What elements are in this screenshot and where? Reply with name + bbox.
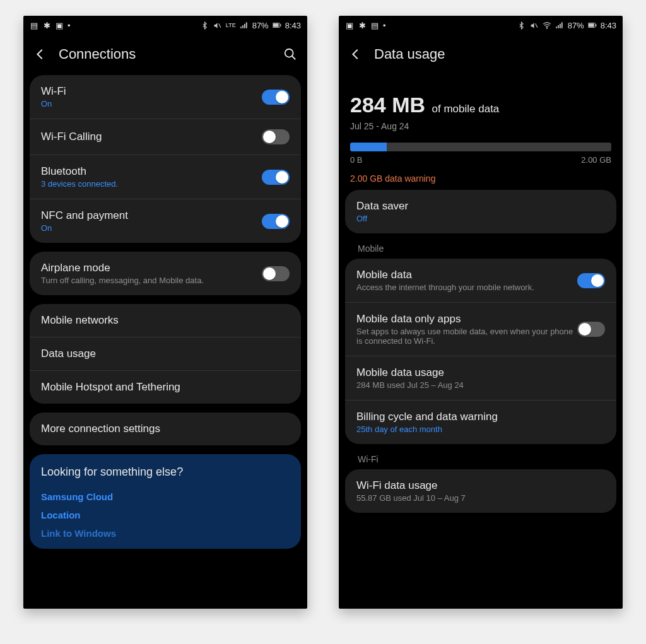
row-wifi-calling[interactable]: Wi-Fi Calling [30, 119, 301, 155]
row-title: Wi-Fi [41, 85, 262, 98]
row-data-saver[interactable]: Data saver Off [345, 190, 616, 233]
usage-summary: 284 MB of mobile data Jul 25 - Aug 24 0 … [345, 75, 616, 190]
sim-icon: ▤ [30, 21, 38, 30]
row-mobile-data-usage[interactable]: Mobile data usage 284 MB used Jul 25 – A… [345, 356, 616, 400]
row-billing-cycle[interactable]: Billing cycle and data warning 25th day … [345, 400, 616, 444]
clock: 8:43 [285, 21, 301, 30]
row-sub: On [41, 99, 262, 108]
row-title: NFC and payment [41, 209, 262, 222]
looking-for-card: Looking for something else? Samsung Clou… [30, 454, 301, 549]
page-title: Data usage [374, 46, 613, 62]
status-bar: ▤ ✱ ▣ • LTE 87% 8:43 [23, 16, 307, 35]
link-samsung-cloud[interactable]: Samsung Cloud [41, 488, 290, 506]
page-title: Connections [59, 46, 272, 62]
usage-max: 2.00 GB [581, 155, 611, 165]
row-airplane-mode[interactable]: Airplane mode Turn off calling, messagin… [30, 252, 301, 295]
svg-point-7 [546, 28, 547, 28]
connections-group-2: Airplane mode Turn off calling, messagin… [30, 252, 301, 295]
data-saver-card: Data saver Off [345, 190, 616, 233]
row-more-settings[interactable]: More connection settings [30, 413, 301, 445]
section-wifi-label: Wi-Fi [345, 453, 616, 469]
usage-bar[interactable] [350, 143, 611, 151]
row-hotspot[interactable]: Mobile Hotspot and Tethering [30, 370, 301, 404]
connections-group-3: Mobile networks Data usage Mobile Hotspo… [30, 304, 301, 404]
toggle-mobile-only-apps[interactable] [577, 322, 605, 337]
row-title: Billing cycle and data warning [356, 411, 605, 423]
more-dots: • [383, 21, 386, 30]
wifi-icon [543, 21, 551, 30]
usage-warning: 2.00 GB data warning [350, 173, 611, 184]
row-title: Wi-Fi Calling [41, 131, 262, 143]
mute-icon [530, 21, 539, 30]
image-icon: ▣ [345, 21, 354, 30]
usage-amount: 284 MB [350, 93, 425, 117]
status-bar: ▣ ✱ ▤ • 87% 8:43 [339, 16, 623, 35]
toggle-wifi[interactable] [262, 90, 290, 105]
row-title: Mobile networks [41, 314, 290, 327]
svg-point-4 [285, 49, 293, 57]
row-sub: 55.87 GB used Jul 10 – Aug 7 [356, 493, 605, 503]
cast-icon: ▣ [55, 21, 64, 30]
more-dots: • [68, 21, 71, 30]
battery-icon [273, 21, 281, 30]
connections-group-4: More connection settings [30, 413, 301, 445]
row-sub: On [41, 223, 262, 233]
snow-icon: ✱ [42, 21, 51, 30]
snow-icon: ✱ [358, 21, 367, 30]
link-location[interactable]: Location [41, 506, 290, 524]
row-mobile-only-apps[interactable]: Mobile data only apps Set apps to always… [345, 302, 616, 356]
row-sub: Set apps to always use mobile data, even… [356, 327, 577, 346]
svg-line-0 [219, 23, 221, 28]
signal-icon [240, 21, 249, 30]
toggle-nfc[interactable] [262, 214, 290, 229]
toggle-airplane[interactable] [262, 266, 290, 281]
row-wifi[interactable]: Wi-Fi On [30, 75, 301, 119]
header: Data usage [339, 35, 623, 75]
usage-of-label: of mobile data [432, 103, 500, 115]
row-bluetooth[interactable]: Bluetooth 3 devices connected. [30, 155, 301, 199]
usage-range: Jul 25 - Aug 24 [350, 121, 611, 131]
connections-group-1: Wi-Fi On Wi-Fi Calling Bluetooth 3 devic… [30, 75, 301, 243]
looking-title: Looking for something else? [41, 465, 290, 479]
row-title: Data saver [356, 200, 605, 213]
row-mobile-networks[interactable]: Mobile networks [30, 304, 301, 337]
section-mobile-label: Mobile [345, 242, 616, 259]
row-title: More connection settings [41, 423, 290, 435]
sim-icon: ▤ [370, 21, 379, 30]
row-wifi-data-usage[interactable]: Wi-Fi data usage 55.87 GB used Jul 10 – … [345, 469, 616, 513]
usage-min: 0 B [350, 155, 363, 165]
svg-rect-10 [596, 24, 596, 26]
row-sub: Turn off calling, messaging, and Mobile … [41, 276, 262, 285]
row-title: Data usage [41, 348, 290, 360]
svg-rect-9 [589, 23, 594, 26]
row-title: Wi-Fi data usage [356, 479, 605, 492]
toggle-mobile-data[interactable] [577, 273, 605, 288]
row-nfc[interactable]: NFC and payment On [30, 199, 301, 243]
toggle-wifi-calling[interactable] [262, 129, 290, 144]
bluetooth-icon [517, 21, 526, 30]
row-data-usage[interactable]: Data usage [30, 337, 301, 370]
row-title: Bluetooth [41, 165, 262, 178]
battery-percent: 87% [252, 21, 269, 30]
mute-icon [213, 21, 222, 30]
row-title: Mobile data only apps [356, 313, 577, 325]
back-icon[interactable] [349, 47, 363, 61]
signal-icon [555, 21, 564, 30]
network-type: LTE [226, 23, 236, 28]
row-sub: Off [356, 214, 605, 223]
row-title: Mobile Hotspot and Tethering [41, 381, 290, 394]
bluetooth-icon [201, 21, 209, 30]
battery-icon [588, 21, 597, 30]
wifi-group-card: Wi-Fi data usage 55.87 GB used Jul 10 – … [345, 469, 616, 513]
link-link-to-windows[interactable]: Link to Windows [41, 524, 290, 542]
back-icon[interactable] [33, 47, 47, 61]
svg-rect-3 [280, 24, 281, 26]
toggle-bluetooth[interactable] [262, 170, 290, 185]
search-icon[interactable] [283, 47, 297, 61]
battery-percent: 87% [568, 21, 584, 30]
svg-rect-2 [273, 23, 279, 26]
row-mobile-data[interactable]: Mobile data Access the internet through … [345, 259, 616, 302]
phone-data-usage: ▣ ✱ ▤ • 87% 8:43 [339, 16, 623, 609]
mobile-group-card: Mobile data Access the internet through … [345, 259, 616, 444]
row-title: Mobile data usage [356, 366, 605, 379]
